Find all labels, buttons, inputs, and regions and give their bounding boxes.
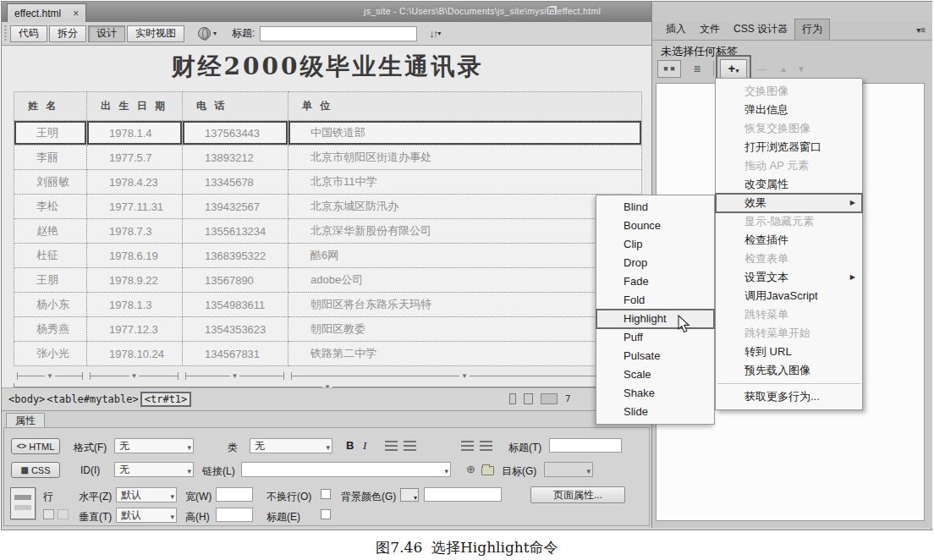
table-cell[interactable]: 1355613234 — [183, 219, 288, 244]
header-cell-checkbox[interactable] — [321, 509, 331, 519]
table-cell[interactable]: 北京市11中学 — [288, 170, 642, 195]
table-row[interactable]: 杨秀燕1977.12.31354353623朝阳区教委 — [14, 317, 642, 342]
table-cell[interactable]: 李松 — [14, 195, 87, 219]
behavior-menu-item[interactable]: 效果▶ — [716, 194, 862, 212]
class-select[interactable]: 无 — [250, 438, 332, 453]
title-input[interactable] — [260, 26, 417, 41]
table-header-cell[interactable]: 姓 名 — [14, 92, 87, 121]
panel-tab[interactable]: 插入 — [659, 19, 693, 40]
view-mode-button[interactable]: 拆分 — [49, 25, 86, 42]
italic-button[interactable]: I — [363, 439, 366, 453]
table-row[interactable]: 王朋1978.9.2213567890adobe公司 — [14, 268, 642, 293]
outdent-icon[interactable] — [461, 441, 474, 451]
panel-tab[interactable]: CSS 设计器 — [727, 19, 794, 40]
globe-caret-icon[interactable]: ▾ — [213, 30, 217, 37]
format-select[interactable]: 无 — [114, 438, 194, 453]
behavior-menu-item[interactable]: 转到 URL — [716, 343, 862, 361]
show-all-events-button[interactable]: ≣ — [687, 60, 707, 78]
behavior-menu-item[interactable]: 改变属性 — [716, 175, 862, 194]
table-cell[interactable]: 1977.5.7 — [87, 145, 183, 170]
behavior-menu-item[interactable]: 调用JavaScript — [716, 287, 862, 305]
table-cell[interactable]: 1977.11.31 — [87, 195, 183, 219]
show-set-events-button[interactable]: ■ ■ — [657, 60, 681, 78]
table-cell[interactable]: 杨秀燕 — [14, 317, 87, 342]
ordered-list-icon[interactable] — [404, 441, 416, 451]
properties-panel-tab[interactable]: 属性 — [6, 413, 45, 427]
unordered-list-icon[interactable] — [385, 441, 398, 451]
browse-folder-icon[interactable] — [481, 466, 494, 475]
close-icon[interactable]: × — [73, 8, 79, 19]
link-input[interactable] — [241, 462, 451, 477]
effects-submenu-item[interactable]: Blind — [596, 198, 714, 217]
panel-tab[interactable]: 行为 — [794, 19, 830, 40]
column-width-marker[interactable]: ▼ — [90, 372, 179, 380]
point-to-file-icon[interactable]: ⊕ — [466, 463, 475, 475]
column-width-marker[interactable]: ▼ — [291, 372, 638, 380]
table-cell[interactable]: 13567890 — [183, 268, 288, 293]
file-management-icon[interactable]: ↓↑ — [429, 27, 437, 40]
table-cell[interactable]: 1978.7.3 — [87, 219, 183, 244]
behavior-menu-item[interactable]: 检查插件 — [716, 231, 862, 250]
effects-submenu-item[interactable]: Puff — [596, 328, 714, 347]
title-attr-input[interactable] — [549, 438, 622, 453]
table-cell[interactable]: 1978.10.24 — [87, 342, 183, 366]
table-cell[interactable]: 刘丽敏 — [14, 170, 87, 195]
table-cell[interactable]: 杜征 — [14, 244, 87, 268]
behavior-menu-item[interactable]: 设置文本▶ — [716, 268, 862, 287]
table-cell[interactable]: 139432567 — [183, 195, 288, 219]
table-cell[interactable]: 王朋 — [14, 268, 87, 293]
bold-button[interactable]: B — [346, 439, 354, 452]
behavior-menu-item[interactable]: 弹出信息 — [716, 101, 862, 119]
view-mode-button[interactable]: 实时视图 — [127, 25, 184, 42]
view-mode-button[interactable]: 设计 — [88, 25, 125, 42]
document-tab[interactable]: effect.html × — [7, 3, 86, 22]
table-cell[interactable]: 1978.4.23 — [87, 170, 183, 195]
effects-submenu-item[interactable]: Drop — [596, 254, 714, 272]
table-header-cell[interactable]: 单 位 — [288, 92, 642, 121]
table-cell[interactable]: 1354983611 — [183, 293, 288, 317]
table-cell[interactable]: 李丽 — [14, 145, 87, 170]
table-cell[interactable]: 13345678 — [183, 170, 288, 195]
table-row[interactable]: 杜征1978.6.191368395322酷6网 — [14, 244, 642, 268]
width-input[interactable] — [216, 487, 253, 502]
address-table[interactable]: 姓 名出 生 日 期电 话单 位 王明1978.1.4137563443中国铁道… — [14, 91, 642, 366]
vertical-select[interactable]: 默认 — [116, 508, 177, 523]
desktop-size-icon[interactable] — [541, 393, 558, 404]
restore-window-icon[interactable] — [547, 7, 556, 14]
table-row[interactable]: 张小光1978.10.24134567831铁路第二中学 — [14, 342, 642, 366]
tag-selector-item[interactable]: <body> — [8, 393, 45, 405]
effects-submenu-item[interactable]: Bounce — [596, 217, 714, 235]
page-heading[interactable]: 财经2000级毕业生通讯录 — [14, 51, 641, 83]
table-header-cell[interactable]: 出 生 日 期 — [87, 92, 183, 121]
column-caret-icon[interactable]: ▼ — [230, 372, 240, 380]
tag-selector-item[interactable]: <table#mytable> — [47, 393, 138, 405]
behavior-menu-item[interactable]: 打开浏览器窗口 — [716, 138, 862, 156]
effects-submenu-item[interactable]: Fold — [596, 291, 714, 310]
preview-globe-icon[interactable] — [198, 27, 211, 40]
table-header-row[interactable]: 姓 名出 生 日 期电 话单 位 — [14, 92, 642, 121]
table-cell[interactable]: 1354353623 — [183, 317, 288, 342]
merge-cells-icon[interactable] — [43, 509, 54, 519]
behavior-menu-item[interactable]: 预先载入图像 — [716, 361, 862, 380]
height-input[interactable] — [216, 508, 253, 522]
table-cell[interactable]: 酷6网 — [288, 244, 642, 268]
table-row[interactable]: 李松1977.11.31139432567北京东城区防汛办 — [14, 195, 642, 219]
table-cell[interactable]: 北京东城区防汛办 — [288, 195, 642, 219]
view-mode-button[interactable]: 代码 — [10, 25, 47, 42]
table-cell[interactable]: 赵艳 — [14, 219, 87, 244]
table-cell[interactable]: adobe公司 — [288, 268, 642, 293]
column-caret-icon[interactable]: ▼ — [129, 372, 140, 380]
table-cell[interactable]: 铁路第二中学 — [288, 342, 642, 366]
column-caret-icon[interactable]: ▼ — [459, 372, 470, 380]
effects-submenu-item[interactable]: Slide — [596, 403, 714, 421]
file-management-caret-icon[interactable]: ▾ — [437, 30, 441, 37]
id-select[interactable]: 无 — [114, 462, 194, 477]
table-cell[interactable]: 1978.6.19 — [87, 244, 183, 268]
column-width-marker[interactable]: ▼ — [17, 372, 83, 380]
effects-submenu-item[interactable]: Pulsate — [596, 347, 714, 365]
table-cell[interactable]: 13893212 — [183, 145, 288, 170]
html-mode-button[interactable]: <> HTML — [11, 438, 60, 454]
effects-submenu-item[interactable]: Scale — [596, 365, 714, 384]
table-cell[interactable]: 北京深华新股份有限公司 — [288, 219, 642, 244]
css-mode-button[interactable]: ▦ CSS — [11, 462, 60, 478]
